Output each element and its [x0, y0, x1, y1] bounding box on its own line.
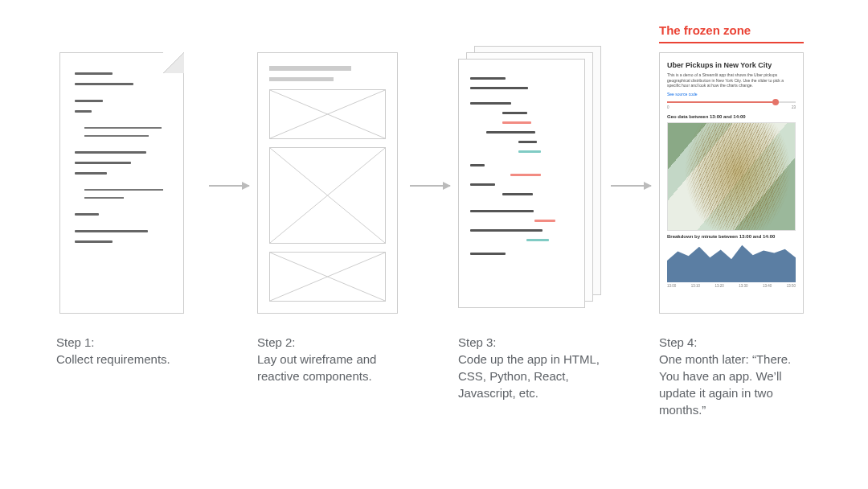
arrow-icon [410, 185, 450, 187]
step-2-text: Lay out wireframe and reactive component… [257, 352, 376, 383]
xtick: 13:50 [787, 284, 796, 288]
breakdown-label: Breakdown by minute between 13:00 and 14… [667, 234, 796, 239]
slider-tick-max: 23 [792, 105, 796, 109]
xtick: 13:10 [691, 284, 700, 288]
step-4: The frozen zone Uber Pickups in New York… [659, 52, 812, 418]
xtick: 13:00 [667, 284, 676, 288]
app-title: Uber Pickups in New York City [667, 61, 796, 69]
step-2: Step 2: Lay out wireframe and reactive c… [257, 52, 410, 384]
step-1: Step 1: Collect requirements. [56, 52, 209, 368]
step-3-illustration [458, 52, 611, 318]
step-1-caption: Step 1: Collect requirements. [56, 334, 209, 368]
slider-ticks: 0 23 [667, 105, 796, 109]
step-3-number: Step 3: [458, 334, 611, 351]
xtick: 13:20 [714, 284, 723, 288]
hour-slider [667, 101, 796, 103]
breakdown-xticks: 13:00 13:10 13:20 13:30 13:40 13:50 [667, 284, 796, 288]
frozen-zone-label: The frozen zone [659, 23, 804, 43]
step-2-caption: Step 2: Lay out wireframe and reactive c… [257, 334, 410, 384]
step-1-text: Collect requirements. [56, 352, 170, 366]
step-2-illustration [257, 52, 410, 318]
step-4-caption: Step 4: One month later: “There. You hav… [659, 334, 812, 418]
step-1-number: Step 1: [56, 334, 209, 351]
geo-map [667, 122, 796, 231]
arrow-icon [611, 185, 651, 187]
slider-tick-min: 0 [667, 105, 669, 109]
app-preview: Uber Pickups in New York City This is a … [659, 52, 804, 314]
step-1-illustration [56, 52, 209, 318]
step-4-number: Step 4: [659, 334, 812, 351]
arrow-icon [209, 185, 249, 187]
app-subtitle: This is a demo of a Streamlit app that s… [667, 72, 796, 88]
step-4-illustration: Uber Pickups in New York City This is a … [659, 52, 812, 318]
step-4-text: One month later: “There. You have an app… [659, 352, 791, 417]
code-stack-icon [458, 52, 607, 322]
step-3-text: Code up the app in HTML, CSS, Python, Re… [458, 352, 600, 400]
xtick: 13:30 [739, 284, 747, 288]
step-3: Step 3: Code up the app in HTML, CSS, Py… [458, 52, 611, 401]
app-source-link: See source code [667, 92, 796, 97]
xtick: 13:40 [763, 284, 772, 288]
map-label: Geo data between 13:00 and 14:00 [667, 114, 796, 119]
wireframe-icon [257, 52, 398, 314]
breakdown-chart [667, 242, 796, 282]
step-3-caption: Step 3: Code up the app in HTML, CSS, Py… [458, 334, 611, 401]
process-flow: Step 1: Collect requirements. Step 2: La… [56, 52, 812, 418]
requirements-doc-icon [59, 52, 184, 314]
step-2-number: Step 2: [257, 334, 410, 351]
